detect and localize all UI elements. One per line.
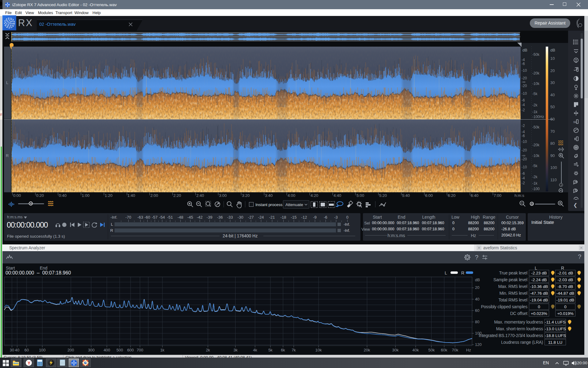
svg-text:20: 20 bbox=[475, 285, 479, 290]
svg-text:120: 120 bbox=[475, 342, 482, 347]
svg-text:60: 60 bbox=[475, 308, 479, 313]
svg-text:60k: 60k bbox=[441, 348, 447, 352]
svg-text:400: 400 bbox=[104, 348, 110, 352]
svg-text:30k: 30k bbox=[392, 348, 399, 352]
svg-text:20k: 20k bbox=[364, 348, 370, 352]
svg-text:Hz: Hz bbox=[466, 348, 471, 352]
svg-text:dB: dB bbox=[475, 278, 480, 282]
svg-text:40: 40 bbox=[475, 297, 479, 301]
svg-text:1k: 1k bbox=[160, 348, 164, 352]
svg-text:70k: 70k bbox=[452, 348, 458, 352]
svg-text:300: 300 bbox=[88, 348, 95, 352]
svg-text:5k: 5k bbox=[268, 348, 273, 352]
svg-text:600: 600 bbox=[127, 348, 134, 352]
svg-text:10k: 10k bbox=[315, 348, 322, 352]
svg-text:200: 200 bbox=[67, 348, 74, 352]
svg-text:40k: 40k bbox=[413, 348, 419, 352]
svg-text:700: 700 bbox=[137, 348, 143, 352]
svg-text:60: 60 bbox=[24, 348, 29, 352]
svg-text:7k: 7k bbox=[292, 348, 296, 352]
svg-text:80: 80 bbox=[475, 320, 479, 324]
svg-text:30: 30 bbox=[10, 348, 14, 352]
svg-text:4k: 4k bbox=[253, 348, 257, 352]
svg-text:100: 100 bbox=[39, 348, 46, 352]
svg-text:50k: 50k bbox=[428, 348, 435, 352]
svg-text:500: 500 bbox=[116, 348, 123, 352]
svg-text:6k: 6k bbox=[281, 348, 285, 352]
svg-text:40: 40 bbox=[15, 348, 19, 352]
svg-text:2k: 2k bbox=[206, 348, 210, 352]
svg-text:3k: 3k bbox=[233, 348, 238, 352]
